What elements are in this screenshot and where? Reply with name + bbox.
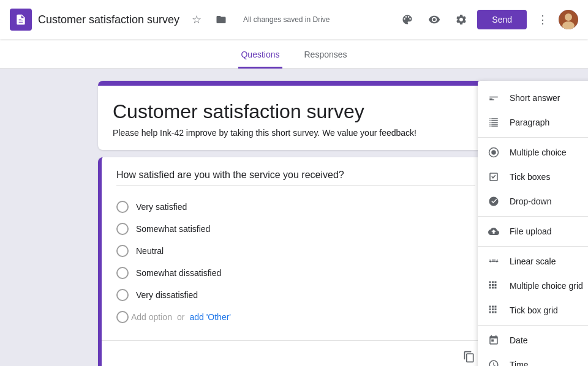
tab-responses[interactable]: Responses (302, 42, 350, 69)
menu-divider-2 (478, 216, 588, 217)
option-label-neutral: Neutral (136, 246, 164, 256)
menu-item-tick-boxes[interactable]: Tick boxes (478, 165, 588, 189)
tick-boxes-icon (488, 171, 500, 183)
svg-rect-17 (489, 306, 491, 308)
multiple-choice-icon (488, 146, 500, 159)
time-icon (488, 359, 500, 366)
form-card-header: Customer satisfaction survey Please help… (98, 81, 490, 150)
menu-label-linear-scale: Linear scale (510, 256, 556, 266)
svg-rect-18 (492, 306, 494, 308)
menu-label-drop-down: Drop-down (510, 196, 551, 206)
radio-very-satisfied (116, 201, 129, 213)
star-icon[interactable]: ☆ (186, 9, 208, 31)
date-icon (488, 334, 500, 346)
palette-icon[interactable] (396, 9, 418, 31)
send-button[interactable]: Send (477, 10, 527, 29)
avatar (559, 10, 578, 29)
svg-rect-15 (492, 287, 494, 289)
menu-item-file-upload[interactable]: File upload (478, 219, 588, 244)
svg-rect-12 (492, 284, 494, 286)
option-very-dissatisfied: Very dissatisfied (116, 284, 475, 306)
option-somewhat-satisfied: Somewhat satisfied (116, 218, 475, 240)
svg-rect-10 (495, 282, 497, 283)
short-answer-icon (488, 92, 500, 104)
svg-rect-16 (495, 287, 497, 289)
tick-box-grid-icon (488, 304, 500, 316)
menu-item-linear-scale[interactable]: Linear scale (478, 249, 588, 274)
menu-label-short-answer: Short answer (510, 93, 560, 103)
menu-item-tick-box-grid[interactable]: Tick box grid (478, 298, 588, 323)
header-left: Customer satisfaction survey ☆ All chang… (10, 9, 396, 31)
menu-divider-1 (478, 137, 588, 138)
svg-rect-24 (492, 312, 494, 313)
question-1-content: How satisfied are you with the service y… (102, 157, 490, 340)
menu-item-multiple-choice[interactable]: Multiple choice (478, 140, 588, 165)
question-1-text: How satisfied are you with the service y… (116, 170, 475, 186)
radio-somewhat-satisfied (116, 223, 129, 235)
menu-label-multiple-choice: Multiple choice (510, 148, 567, 157)
menu-item-drop-down[interactable]: Drop-down (478, 189, 588, 214)
menu-item-date[interactable]: Date (478, 328, 588, 353)
option-label-very-dissatisfied: Very dissatisfied (136, 290, 198, 300)
question-1-card: How satisfied are you with the service y… (98, 157, 490, 366)
paragraph-icon (488, 116, 500, 129)
option-label-very-satisfied: Very satisfied (136, 202, 187, 212)
svg-rect-14 (489, 287, 491, 289)
option-somewhat-dissatisfied: Somewhat dissatisfied (116, 262, 475, 284)
menu-divider-3 (478, 246, 588, 247)
header-icons: ☆ (186, 9, 232, 31)
folder-icon[interactable] (210, 9, 232, 31)
svg-rect-11 (489, 284, 491, 286)
tabs-bar: Questions Responses (0, 39, 588, 69)
radio-very-dissatisfied (116, 289, 129, 301)
svg-rect-20 (489, 308, 491, 310)
menu-item-multiple-choice-grid[interactable]: Multiple choice grid (478, 274, 588, 298)
menu-label-multiple-choice-grid: Multiple choice grid (510, 281, 583, 291)
more-options-icon[interactable]: ⋮ (532, 9, 554, 31)
radio-neutral (116, 245, 129, 257)
menu-label-paragraph: Paragraph (510, 118, 549, 127)
add-option-row: Add option or add 'Other' (116, 306, 475, 328)
question-footer (102, 340, 490, 366)
svg-rect-23 (489, 312, 491, 313)
multiple-choice-grid-icon (488, 280, 500, 292)
svg-rect-8 (489, 282, 491, 283)
svg-rect-13 (495, 284, 497, 286)
linear-scale-icon (488, 255, 500, 267)
menu-label-time: Time (510, 360, 529, 366)
file-upload-icon (488, 225, 500, 237)
svg-rect-25 (495, 312, 497, 313)
option-very-satisfied: Very satisfied (116, 196, 475, 218)
menu-item-paragraph[interactable]: Paragraph (478, 110, 588, 135)
main-content: Customer satisfaction survey Please help… (0, 69, 588, 366)
dropdown-menu: Short answer Paragraph Multiple choice (478, 81, 588, 366)
menu-divider-4 (478, 325, 588, 326)
settings-icon[interactable] (450, 9, 472, 31)
doc-title: Customer satisfaction survey (38, 13, 179, 26)
menu-label-file-upload: File upload (510, 226, 552, 236)
menu-label-date: Date (510, 335, 528, 345)
form-container: Customer satisfaction survey Please help… (98, 81, 490, 354)
radio-add-option (116, 311, 129, 323)
menu-item-short-answer[interactable]: Short answer (478, 86, 588, 110)
add-other-link[interactable]: add 'Other' (189, 312, 231, 322)
preview-icon[interactable] (423, 9, 445, 31)
svg-point-4 (491, 150, 496, 155)
copy-icon[interactable] (458, 346, 480, 366)
svg-rect-22 (495, 308, 497, 310)
add-option-separator: or (177, 312, 184, 322)
option-label-somewhat-dissatisfied: Somewhat dissatisfied (136, 268, 221, 278)
menu-label-tick-box-grid: Tick box grid (510, 305, 558, 315)
svg-point-6 (489, 261, 491, 263)
tab-questions[interactable]: Questions (238, 42, 282, 69)
menu-item-time[interactable]: Time (478, 353, 588, 366)
header: Customer satisfaction survey ☆ All chang… (0, 0, 588, 39)
svg-rect-19 (495, 306, 497, 308)
menu-label-tick-boxes: Tick boxes (510, 172, 550, 182)
app-icon (10, 9, 32, 31)
header-right: Send ⋮ (396, 9, 578, 31)
option-label-somewhat-satisfied: Somewhat satisfied (136, 224, 210, 234)
svg-point-7 (496, 261, 498, 263)
radio-somewhat-dissatisfied (116, 267, 129, 279)
form-description: Please help Ink-42 improve by taking thi… (113, 128, 475, 138)
